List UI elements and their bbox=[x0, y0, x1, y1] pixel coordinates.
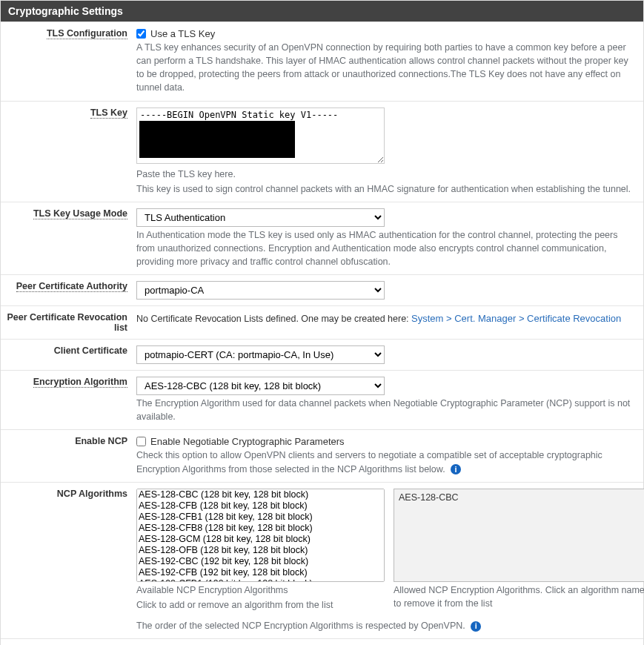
label-encryption-algorithm: Encryption Algorithm bbox=[33, 377, 127, 388]
ncp-available-option[interactable]: AES-128-CFB8 (128 bit key, 128 bit block… bbox=[137, 523, 384, 534]
row-tls-key: TLS Key -----BEGIN OpenVPN Static key V1… bbox=[1, 101, 643, 202]
row-enable-ncp: Enable NCP Enable Negotiable Cryptograph… bbox=[1, 429, 643, 481]
tls-key-redacted bbox=[139, 121, 295, 158]
ncp-available-caption: Available NCP Encryption Algorithms bbox=[136, 583, 385, 597]
ncp-allowed-list[interactable]: AES-128-CBC bbox=[394, 489, 644, 582]
ncp-available-option[interactable]: AES-128-GCM (128 bit key, 128 bit block) bbox=[137, 534, 384, 545]
row-auth-digest: Auth digest algorithm SHA256 (256-bit) T… bbox=[1, 638, 643, 645]
row-peer-ca: Peer Certificate Authority portmapio-CA bbox=[1, 274, 643, 305]
ncp-available-option[interactable]: AES-192-CBC (192 bit key, 128 bit block) bbox=[137, 556, 384, 567]
label-tls-key: TLS Key bbox=[90, 108, 127, 119]
cryptographic-settings-panel: Cryptographic Settings TLS Configuration… bbox=[0, 0, 644, 645]
cert-revocation-link[interactable]: System > Cert. Manager > Certificate Rev… bbox=[411, 313, 621, 324]
peer-ca-select[interactable]: portmapio-CA bbox=[136, 281, 385, 300]
ncp-available-sub: Click to add or remove an algorithm from… bbox=[136, 598, 385, 612]
label-enable-ncp: Enable NCP bbox=[75, 436, 127, 446]
panel-title: Cryptographic Settings bbox=[1, 1, 643, 22]
tls-usage-help: In Authentication mode the TLS key is us… bbox=[136, 228, 637, 268]
info-icon[interactable]: i bbox=[451, 464, 461, 474]
row-client-cert: Client Certificate potmapio-CERT (CA: po… bbox=[1, 339, 643, 370]
tls-key-help2: This key is used to sign control channel… bbox=[136, 182, 637, 196]
peer-crl-text: No Certificate Revocation Lists defined.… bbox=[136, 314, 411, 324]
label-client-cert: Client Certificate bbox=[54, 345, 127, 356]
encryption-algorithm-select[interactable]: AES-128-CBC (128 bit key, 128 bit block) bbox=[136, 377, 385, 395]
row-peer-crl: Peer Certificate Revocation list No Cert… bbox=[1, 305, 643, 339]
label-peer-crl: Peer Certificate Revocation list bbox=[7, 312, 127, 333]
row-encryption-algorithm: Encryption Algorithm AES-128-CBC (128 bi… bbox=[1, 370, 643, 429]
label-ncp-algorithms: NCP Algorithms bbox=[57, 489, 127, 499]
use-tls-key-label: Use a TLS Key bbox=[150, 28, 215, 39]
tls-usage-mode-select[interactable]: TLS Authentication bbox=[136, 208, 385, 227]
ncp-available-option[interactable]: AES-128-OFB (128 bit key, 128 bit block) bbox=[137, 545, 384, 556]
ncp-available-option[interactable]: AES-192-CFB (192 bit key, 128 bit block) bbox=[137, 567, 384, 578]
row-tls-configuration: TLS Configuration Use a TLS Key A TLS ke… bbox=[1, 22, 643, 101]
ncp-available-option[interactable]: AES-128-CFB (128 bit key, 128 bit block) bbox=[137, 500, 384, 512]
label-tls-configuration: TLS Configuration bbox=[47, 28, 127, 39]
tls-key-help1: Paste the TLS key here. bbox=[136, 168, 637, 181]
label-tls-usage-mode: TLS Key Usage Mode bbox=[33, 208, 127, 219]
ncp-available-option[interactable]: AES-128-CBC (128 bit key, 128 bit block) bbox=[137, 489, 384, 500]
enable-ncp-checkbox[interactable] bbox=[136, 437, 146, 446]
enable-ncp-label: Enable Negotiable Cryptographic Paramete… bbox=[150, 436, 345, 447]
ncp-available-option[interactable]: AES-192-CFB1 (192 bit key, 128 bit block… bbox=[137, 578, 384, 582]
tls-config-help: A TLS key enhances security of an OpenVP… bbox=[136, 41, 637, 95]
enable-ncp-help: Check this option to allow OpenVPN clien… bbox=[136, 450, 602, 474]
ncp-available-option[interactable]: AES-128-CFB1 (128 bit key, 128 bit block… bbox=[137, 512, 384, 523]
ncp-allowed-caption: Allowed NCP Encryption Algorithms. Click… bbox=[394, 583, 644, 610]
ncp-order-note: The order of the selected NCP Encryption… bbox=[136, 621, 465, 631]
ncp-allowed-item[interactable]: AES-128-CBC bbox=[399, 492, 644, 503]
use-tls-key-checkbox[interactable] bbox=[136, 29, 146, 39]
client-cert-select[interactable]: potmapio-CERT (CA: portmapio-CA, In Use) bbox=[136, 345, 385, 364]
row-tls-usage-mode: TLS Key Usage Mode TLS Authentication In… bbox=[1, 202, 643, 274]
encryption-algorithm-help: The Encryption Algorithm used for data c… bbox=[136, 397, 637, 423]
info-icon[interactable]: i bbox=[471, 621, 481, 632]
ncp-available-select[interactable]: AES-128-CBC (128 bit key, 128 bit block)… bbox=[136, 489, 385, 582]
label-peer-ca: Peer Certificate Authority bbox=[16, 281, 127, 292]
row-ncp-algorithms: NCP Algorithms AES-128-CBC (128 bit key,… bbox=[1, 482, 643, 638]
